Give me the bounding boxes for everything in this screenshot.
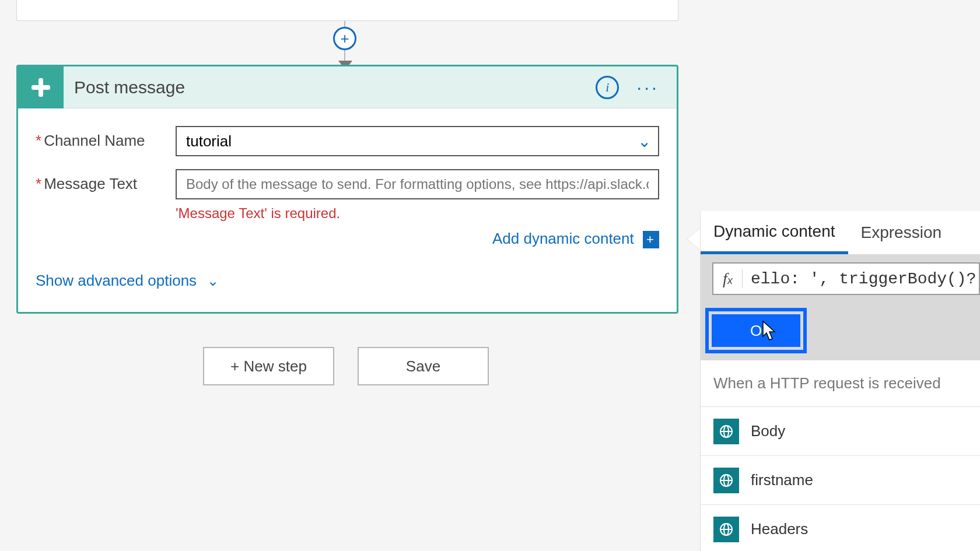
dc-item-label: Body [751, 422, 785, 440]
dc-item-firstname[interactable]: firstname [701, 455, 980, 504]
info-icon[interactable]: i [596, 76, 619, 99]
message-text-input[interactable] [176, 169, 659, 199]
card-title: Post message [74, 78, 596, 97]
slack-icon [28, 75, 54, 100]
slack-icon-box [18, 66, 64, 108]
fx-icon: fx [713, 269, 743, 288]
post-message-card: Post message i ··· *Channel Name ⌄ *Mess… [16, 65, 678, 314]
add-dynamic-content-icon[interactable]: + [643, 231, 659, 248]
channel-label: Channel Name [44, 132, 145, 149]
required-mark: * [36, 132, 41, 149]
channel-select[interactable]: ⌄ [176, 126, 659, 156]
expression-input[interactable]: ello: ', triggerBody()?['f [743, 270, 979, 288]
dc-item-label: Headers [751, 520, 808, 538]
dynamic-content-panel: Dynamic content Expression fx ello: ', t… [700, 211, 980, 551]
expression-input-row[interactable]: fx ello: ', triggerBody()?['f [712, 262, 980, 295]
message-text-row: *Message Text 'Message Text' is required… [36, 169, 659, 248]
add-dynamic-content-link[interactable]: Add dynamic content [492, 230, 634, 247]
message-error: 'Message Text' is required. [176, 205, 659, 222]
more-menu-button[interactable]: ··· [636, 78, 659, 97]
show-advanced-options[interactable]: Show advanced options ⌄ [36, 272, 659, 290]
http-icon [713, 468, 739, 493]
previous-step-card [16, 0, 678, 21]
ok-button-highlight: O [705, 308, 807, 353]
channel-name-row: *Channel Name ⌄ [36, 126, 659, 156]
dc-item-label: firstname [751, 471, 813, 489]
advanced-label: Show advanced options [36, 272, 197, 290]
svg-rect-1 [38, 78, 43, 97]
tab-expression[interactable]: Expression [848, 211, 955, 254]
save-button[interactable]: Save [358, 347, 489, 385]
panel-arrow-icon [687, 229, 700, 250]
add-step-button[interactable]: + [333, 27, 356, 50]
chevron-down-icon: ⌄ [207, 273, 219, 289]
required-mark: * [36, 175, 41, 192]
channel-select-input[interactable] [176, 126, 659, 156]
message-label: Message Text [44, 175, 137, 192]
tab-dynamic-content[interactable]: Dynamic content [701, 211, 848, 254]
http-icon [713, 517, 739, 542]
card-header[interactable]: Post message i ··· [18, 66, 677, 108]
dc-item-body[interactable]: Body [701, 406, 980, 455]
ok-button[interactable]: O [712, 314, 800, 347]
http-icon [713, 419, 739, 444]
cursor-icon [761, 320, 780, 343]
new-step-button[interactable]: + New step [203, 347, 334, 385]
dc-section-header: When a HTTP request is received [701, 360, 980, 406]
dc-item-headers[interactable]: Headers [701, 504, 980, 551]
